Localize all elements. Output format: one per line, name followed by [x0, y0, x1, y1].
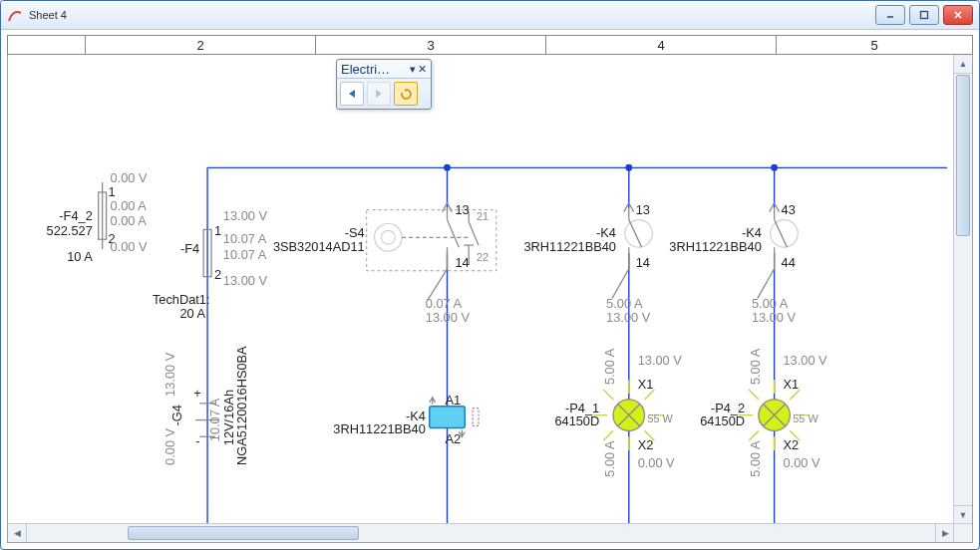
svg-text:13.00 V: 13.00 V [426, 310, 471, 325]
svg-text:10.07 A: 10.07 A [207, 398, 222, 441]
chevron-down-icon[interactable]: ▾ [410, 63, 416, 76]
svg-text:X1: X1 [783, 377, 799, 392]
svg-text:0.00 A: 0.00 A [111, 213, 148, 228]
svg-text:5.00 A: 5.00 A [606, 296, 643, 311]
svg-text:-K4: -K4 [596, 225, 616, 240]
svg-text:0.00 V: 0.00 V [163, 427, 177, 464]
svg-text:22: 22 [477, 251, 489, 263]
svg-text:13.00 V: 13.00 V [163, 352, 177, 397]
play-button[interactable] [367, 82, 391, 106]
svg-line-121 [749, 430, 759, 440]
svg-text:5.00 A: 5.00 A [752, 296, 789, 311]
refresh-button[interactable] [394, 82, 418, 106]
component-K4-aux1[interactable]: 13 14 -K4 3RH11221BB40 5.00 A 13.00 V [523, 202, 652, 325]
ruler-col: 2 [86, 36, 316, 54]
svg-text:64150D: 64150D [700, 413, 745, 428]
svg-text:-F4_2: -F4_2 [59, 208, 92, 223]
svg-text:10.07 A: 10.07 A [223, 231, 267, 246]
app-window: Sheet 4 2 3 4 5 [0, 0, 980, 550]
svg-rect-68 [473, 409, 479, 426]
scroll-corner [953, 523, 972, 542]
minimize-button[interactable] [875, 5, 905, 25]
ruler-col: 3 [316, 36, 546, 54]
svg-text:A2: A2 [446, 431, 462, 446]
svg-text:10 A: 10 A [67, 249, 93, 264]
component-K4-aux2[interactable]: 43 44 -K4 3RH11221BB40 5.00 A 13.00 V [669, 202, 798, 325]
window-title: Sheet 4 [29, 9, 875, 21]
svg-text:TechDat1:: TechDat1: [153, 292, 210, 307]
simulation-toolbar[interactable]: Electri… ▾ ✕ [336, 59, 432, 110]
horizontal-scrollbar[interactable]: ◀ ▶ [8, 523, 954, 542]
component-P4_2[interactable]: X1 X2 55 W -P4_2 64150D 13.00 V 0.00 V 5… [700, 348, 827, 476]
svg-text:-: - [195, 433, 199, 448]
app-icon [7, 7, 23, 23]
scroll-thumb[interactable] [956, 75, 970, 236]
svg-text:13.00 V: 13.00 V [223, 273, 268, 288]
svg-text:21: 21 [477, 210, 489, 222]
svg-text:14: 14 [636, 255, 650, 270]
svg-line-92 [758, 269, 775, 299]
column-ruler: 2 3 4 5 [7, 35, 973, 55]
ruler-col: 5 [777, 36, 972, 54]
scroll-right-icon[interactable]: ▶ [935, 524, 954, 542]
svg-text:NGA5120016HS0BA: NGA5120016HS0BA [234, 346, 249, 465]
svg-point-73 [625, 220, 653, 248]
component-F4_2[interactable]: 1 2 -F4_2 522.527 10 A 0.00 V 0.00 A 0.0… [47, 170, 148, 264]
svg-text:13.00 V: 13.00 V [783, 353, 827, 368]
svg-text:-P4_2: -P4_2 [711, 401, 745, 415]
svg-text:A1: A1 [446, 393, 462, 408]
svg-text:3RH11221BB40: 3RH11221BB40 [669, 239, 762, 254]
schematic-svg[interactable]: 1 2 -F4_2 522.527 10 A 0.00 V 0.00 A 0.0… [8, 55, 954, 524]
svg-text:-G4: -G4 [169, 405, 184, 425]
component-P4_1[interactable]: X1 X2 55 W -P4_1 64150D 13.00 V 0.00 V 5… [554, 348, 682, 476]
svg-text:-S4: -S4 [345, 225, 365, 240]
close-button[interactable] [943, 5, 973, 25]
svg-text:-K4: -K4 [742, 225, 762, 240]
component-K4-coil[interactable]: A1 A2 -K4 3RH11221BB40 [333, 393, 479, 446]
svg-line-75 [629, 220, 642, 248]
maximize-button[interactable] [909, 5, 939, 25]
svg-text:X1: X1 [638, 377, 654, 392]
scroll-left-icon[interactable]: ◀ [8, 524, 27, 542]
svg-point-48 [375, 223, 403, 251]
svg-text:0.00 V: 0.00 V [638, 455, 675, 470]
svg-line-99 [603, 390, 613, 400]
svg-text:64150D: 64150D [554, 413, 599, 428]
svg-text:+: + [193, 386, 200, 401]
svg-text:14: 14 [455, 255, 469, 270]
ruler-col: 4 [546, 36, 777, 54]
scroll-down-icon[interactable]: ▼ [954, 505, 972, 524]
svg-rect-1 [921, 12, 928, 19]
svg-text:1: 1 [109, 184, 116, 199]
svg-text:3RH11221BB40: 3RH11221BB40 [333, 421, 425, 436]
svg-text:-F4: -F4 [180, 241, 199, 256]
schematic[interactable]: 1 2 -F4_2 522.527 10 A 0.00 V 0.00 A 0.0… [8, 55, 954, 524]
svg-point-84 [771, 220, 799, 248]
svg-text:0.00 V: 0.00 V [111, 170, 148, 185]
svg-text:13.00 V: 13.00 V [223, 208, 268, 223]
svg-text:0.00 V: 0.00 V [783, 455, 819, 470]
scroll-up-icon[interactable]: ▲ [954, 55, 972, 74]
svg-text:X2: X2 [783, 437, 799, 452]
svg-text:13.00 V: 13.00 V [752, 310, 797, 325]
svg-text:55 W: 55 W [793, 412, 818, 424]
svg-text:0.07 A: 0.07 A [426, 296, 463, 311]
svg-text:55 W: 55 W [648, 412, 674, 424]
svg-text:1: 1 [214, 223, 221, 238]
svg-text:44: 44 [782, 255, 796, 270]
svg-marker-135 [349, 90, 355, 98]
svg-text:X2: X2 [638, 437, 654, 452]
svg-text:13.00 V: 13.00 V [638, 353, 683, 368]
svg-line-86 [775, 220, 788, 248]
component-F4[interactable]: 1 2 -F4 13.00 V 10.07 A 10.07 A 13.00 V … [153, 208, 268, 322]
close-icon[interactable]: ✕ [418, 63, 427, 76]
vertical-scrollbar[interactable]: ▲ ▼ [953, 55, 972, 524]
scroll-thumb[interactable] [128, 526, 359, 540]
component-S4[interactable]: 13 14 21 22 -S4 3SB32014AD11 0.07 A 13.0… [273, 202, 496, 325]
svg-text:13: 13 [636, 202, 650, 217]
step-back-button[interactable] [340, 82, 364, 106]
component-G4[interactable]: + - -G4 0.00 V 13.00 V 10.07 A 12V/16Ah … [163, 346, 250, 465]
toolbar-title: Electri… [341, 62, 408, 77]
svg-text:13.00 V: 13.00 V [606, 310, 651, 325]
svg-text:5.00 A: 5.00 A [602, 440, 617, 477]
